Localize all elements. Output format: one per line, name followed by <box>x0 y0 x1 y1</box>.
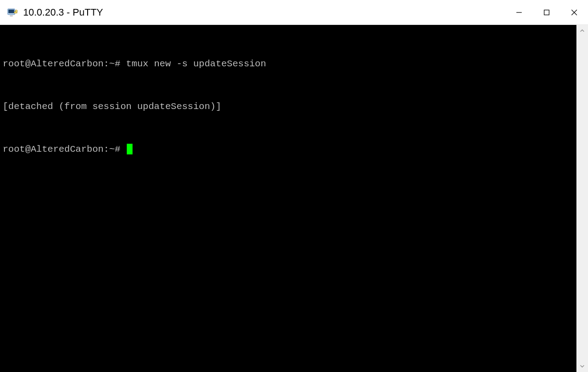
putty-icon <box>6 7 18 18</box>
maximize-button[interactable] <box>533 0 560 25</box>
svg-rect-1 <box>8 9 14 13</box>
svg-point-4 <box>15 10 17 12</box>
svg-rect-2 <box>10 15 13 16</box>
vertical-scrollbar[interactable] <box>576 25 588 372</box>
scroll-down-arrow-icon[interactable] <box>576 360 588 372</box>
window-title: 10.0.20.3 - PuTTY <box>23 7 103 18</box>
cursor-block <box>127 144 133 154</box>
minimize-button[interactable] <box>505 0 533 25</box>
terminal-area[interactable]: root@AlteredCarbon:~# tmux new -s update… <box>0 25 576 372</box>
terminal-line: [detached (from session updateSession)] <box>3 100 574 114</box>
scroll-up-arrow-icon[interactable] <box>576 25 588 36</box>
window-titlebar: 10.0.20.3 - PuTTY <box>0 0 588 25</box>
svg-rect-6 <box>544 10 549 15</box>
window-controls <box>505 0 588 24</box>
terminal-prompt-line: root@AlteredCarbon:~# <box>3 142 574 157</box>
terminal-prompt: root@AlteredCarbon:~# <box>3 144 126 154</box>
close-button[interactable] <box>560 0 588 25</box>
terminal-output: root@AlteredCarbon:~# tmux new -s update… <box>0 25 576 189</box>
terminal-line: root@AlteredCarbon:~# tmux new -s update… <box>3 57 574 71</box>
